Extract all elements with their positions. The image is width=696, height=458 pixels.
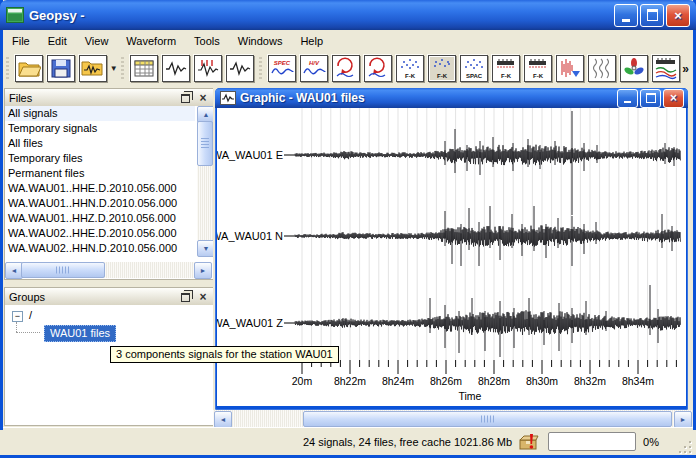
mdi-hscroll-thumb[interactable] (303, 411, 672, 427)
svg-text:F-K: F-K (533, 73, 544, 79)
close-button[interactable]: × (666, 4, 690, 27)
file-list-item[interactable]: Temporary files (5, 151, 195, 166)
toolbar-overflow-chevron[interactable]: » (682, 62, 689, 76)
tree-item-wau01-files[interactable]: WAU01 files (44, 325, 116, 342)
files-vscroll-thumb[interactable] (197, 121, 213, 166)
graphic-window-title: Graphic - WAU01 files (240, 91, 365, 105)
toolbar-handle[interactable] (259, 57, 262, 81)
toolbar-button-hv[interactable]: H/V (300, 55, 328, 82)
svg-text:SPEC: SPEC (274, 60, 291, 66)
svg-text:WA_WAU01 Z: WA_WAU01 Z (217, 317, 283, 329)
child-close-button[interactable]: × (663, 89, 684, 108)
resize-grip[interactable] (678, 440, 691, 453)
toolbar-button-fk-linear[interactable]: F-K (492, 55, 520, 82)
toolbar-button-hv-rotate[interactable] (364, 55, 392, 82)
toolbar-handle[interactable] (6, 57, 9, 81)
files-panel-titlebar[interactable]: Files × (5, 89, 214, 107)
toolbar-button-damping[interactable] (588, 55, 616, 82)
svg-text:F-K: F-K (437, 73, 448, 79)
close-icon: × (199, 291, 206, 303)
file-list-item[interactable]: WA.WAU02..HHZ.D.2010.056.000 (5, 256, 195, 257)
graphic-window-titlebar[interactable]: Graphic - WAU01 files × (215, 88, 688, 108)
toolbar-button-spectrum-rotate[interactable] (332, 55, 360, 82)
toolbar-button-import-signal[interactable] (79, 55, 107, 82)
menu-item[interactable]: Tools (185, 32, 229, 50)
toolbar-button-graphic-picks[interactable] (194, 55, 222, 82)
files-hscrollbar[interactable]: ◄ ► (5, 262, 212, 278)
toolbar-button-fk[interactable]: F-K (396, 55, 424, 82)
cache-warning-icon[interactable] (518, 432, 540, 452)
minimize-icon (622, 19, 630, 22)
toolbar-button-refraction[interactable] (652, 55, 680, 82)
toolbar-button-save[interactable] (47, 55, 75, 82)
groups-float-button[interactable] (179, 290, 193, 303)
progress-label: 0% (643, 436, 659, 448)
svg-text:F-K: F-K (405, 73, 416, 79)
files-float-button[interactable] (179, 91, 193, 104)
file-list: All signalsTemporary signalsAll filesTem… (5, 106, 195, 257)
toolbar-button-graphic[interactable] (162, 55, 190, 82)
svg-text:8h24m: 8h24m (382, 375, 414, 387)
svg-text:8h28m: 8h28m (478, 375, 510, 387)
toolbar-button-open[interactable] (15, 55, 43, 82)
menu-item[interactable]: Edit (39, 32, 76, 50)
groups-close-button[interactable]: × (196, 290, 210, 303)
svg-text:8h22m: 8h22m (334, 375, 366, 387)
toolbar-button-spac[interactable]: SPAC (460, 55, 488, 82)
mdi-hscrollbar[interactable]: ◄ ► (213, 410, 693, 427)
file-list-item[interactable]: WA.WAU02..HHE.D.2010.056.000 (5, 226, 195, 241)
menu-item[interactable]: Windows (229, 32, 292, 50)
toolbar-handle[interactable] (121, 57, 124, 81)
file-list-item[interactable]: WA.WAU01..HHZ.D.2010.056.000 (5, 211, 195, 226)
close-icon: × (674, 9, 682, 22)
menu-item[interactable]: Help (291, 32, 332, 50)
maximize-button[interactable] (640, 4, 664, 27)
svg-text:8h26m: 8h26m (430, 375, 462, 387)
file-list-item[interactable]: All signals (5, 106, 195, 121)
scroll-right-button[interactable]: ► (194, 262, 212, 279)
toolbar-button-graphic-2[interactable] (226, 55, 254, 82)
file-list-item[interactable]: WA.WAU02..HHN.D.2010.056.000 (5, 241, 195, 256)
files-vscrollbar[interactable]: ▲ ▼ (197, 106, 213, 257)
progress-bar (548, 432, 636, 451)
minimize-icon (624, 101, 631, 103)
main-titlebar[interactable]: Geopsy - × (0, 0, 696, 30)
toolbar-button-fk-linear-active[interactable]: F-K (524, 55, 552, 82)
child-minimize-button[interactable] (617, 89, 638, 108)
file-list-item[interactable]: Temporary signals (5, 121, 195, 136)
status-bar: 24 signals, 24 files, free cache 1021.86… (3, 427, 693, 455)
tree-root-item[interactable]: / (29, 309, 32, 321)
file-list-item[interactable]: WA.WAU01..HHE.D.2010.056.000 (5, 181, 195, 196)
geopsy-app-icon (6, 7, 24, 23)
svg-text:8h30m: 8h30m (526, 375, 558, 387)
child-maximize-button[interactable] (640, 89, 661, 108)
maximize-icon (646, 93, 656, 103)
toolbar-button-spectrum[interactable]: SPEC (268, 55, 296, 82)
files-hscroll-thumb[interactable] (21, 262, 105, 278)
scroll-left-button[interactable]: ◄ (214, 411, 232, 428)
file-list-item[interactable]: WA.WAU01..HHN.D.2010.056.000 (5, 196, 195, 211)
groups-panel-titlebar[interactable]: Groups × (5, 288, 214, 306)
menu-item[interactable]: View (76, 32, 118, 50)
svg-text:WA_WAU01 E: WA_WAU01 E (217, 149, 283, 161)
svg-text:8h34m: 8h34m (622, 375, 654, 387)
close-icon: × (670, 92, 677, 104)
files-close-button[interactable]: × (196, 91, 210, 104)
mdi-area: Graphic - WAU01 files × 20m8h22m8h24m8h2… (213, 85, 693, 427)
toolbar-button-chronogram[interactable] (556, 55, 584, 82)
menu-item[interactable]: Waveform (117, 32, 185, 50)
dropdown-arrow-icon[interactable]: ▼ (109, 56, 118, 81)
menu-item[interactable]: File (3, 32, 39, 50)
svg-text:SPAC: SPAC (466, 73, 483, 79)
svg-text:20m: 20m (292, 375, 313, 387)
tree-expander-icon[interactable]: − (12, 311, 23, 322)
toolbar-button-fk-active[interactable]: F-K (428, 55, 456, 82)
toolbar-button-array-response[interactable] (620, 55, 648, 82)
file-list-item[interactable]: All files (5, 136, 195, 151)
toolbar-button-table[interactable] (130, 55, 158, 82)
float-icon (181, 94, 190, 103)
tree-connector (16, 332, 40, 333)
minimize-button[interactable] (614, 4, 638, 27)
scroll-right-button[interactable]: ► (674, 411, 692, 428)
file-list-item[interactable]: Permanent files (5, 166, 195, 181)
